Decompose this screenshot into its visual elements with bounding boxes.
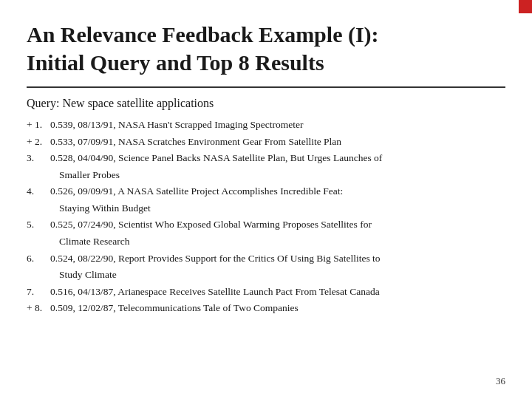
result-text: 0.509, 12/02/87, Telecommunications Tale… [50,301,505,316]
result-prefix: 5. [27,217,50,232]
result-continuation: Staying Within Budget [27,201,505,216]
list-item: + 1.0.539, 08/13/91, NASA Hasn't Scrappe… [27,117,505,132]
result-text: 0.525, 07/24/90, Scientist Who Exposed G… [50,217,505,232]
accent-rectangle [519,0,532,13]
result-prefix: 3. [27,151,50,166]
title-line2: Initial Query and Top 8 Results [27,50,324,75]
title-line1: An Relevance Feedback Example (I): [27,22,379,47]
result-prefix: 4. [27,184,50,199]
list-item: 5.0.525, 07/24/90, Scientist Who Exposed… [27,217,505,232]
slide-title: An Relevance Feedback Example (I): Initi… [27,21,505,76]
result-continuation: Smaller Probes [27,168,505,183]
list-item: + 2.0.533, 07/09/91, NASA Scratches Envi… [27,134,505,149]
result-text: 0.526, 09/09/91, A NASA Satellite Projec… [50,184,505,199]
result-text: 0.516, 04/13/87, Arianespace Receives Sa… [50,284,505,299]
result-prefix: + 1. [27,117,50,132]
result-prefix: 7. [27,284,50,299]
result-continuation: Climate Research [27,234,505,249]
query-label: Query: New space satellite applications [27,97,505,110]
list-item: 7.0.516, 04/13/87, Arianespace Receives … [27,284,505,299]
list-item: 4.0.526, 09/09/91, A NASA Satellite Proj… [27,184,505,199]
result-prefix: + 8. [27,301,50,316]
result-text: 0.539, 08/13/91, NASA Hasn't Scrapped Im… [50,117,505,132]
result-prefix: 6. [27,251,50,266]
list-item: + 8.0.509, 12/02/87, Telecommunications … [27,301,505,316]
title-section: An Relevance Feedback Example (I): Initi… [27,21,505,88]
result-continuation: Study Climate [27,267,505,282]
result-text: 0.533, 07/09/91, NASA Scratches Environm… [50,134,505,149]
list-item: 6.0.524, 08/22/90, Report Provides Suppo… [27,251,505,266]
result-continuation-text: Smaller Probes [50,168,505,183]
result-text: 0.524, 08/22/90, Report Provides Support… [50,251,505,266]
list-item: 3.0.528, 04/04/90, Science Panel Backs N… [27,151,505,166]
slide-container: An Relevance Feedback Example (I): Initi… [0,0,532,399]
result-continuation-text: Climate Research [50,234,505,249]
slide-number: 36 [496,375,505,387]
result-text: 0.528, 04/04/90, Science Panel Backs NAS… [50,151,505,166]
result-continuation-text: Staying Within Budget [50,201,505,216]
result-continuation-text: Study Climate [50,267,505,282]
result-prefix: + 2. [27,134,50,149]
results-list: + 1.0.539, 08/13/91, NASA Hasn't Scrappe… [27,117,505,316]
